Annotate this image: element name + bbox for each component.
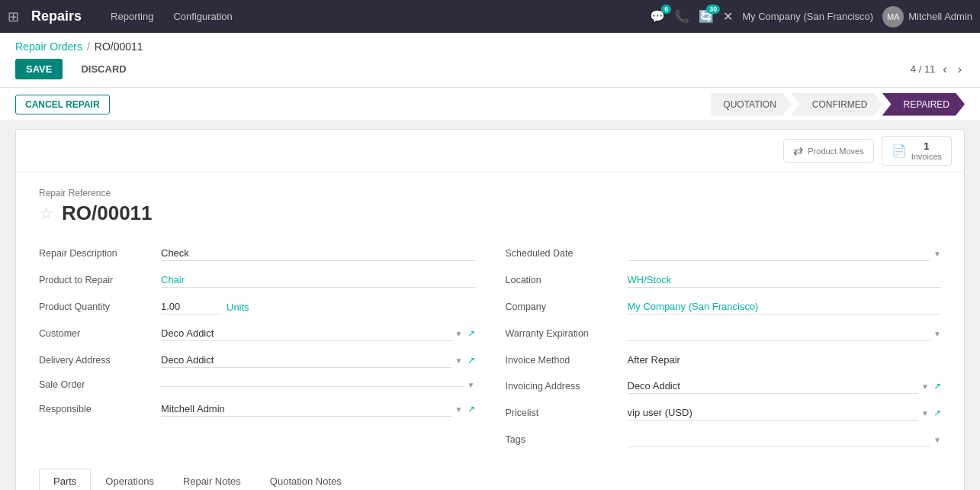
pricelist-dropdown-icon[interactable]: ▼ [921,409,929,417]
grid-icon[interactable]: ⊞ [8,8,19,25]
configuration-menu[interactable]: Configuration [167,8,238,25]
reporting-menu[interactable]: Reporting [104,8,159,25]
stage-quotation[interactable]: QUOTATION [711,93,792,116]
product-quantity-input[interactable] [161,299,222,314]
responsible-external-link-icon[interactable]: ↗ [468,404,475,414]
customer-value[interactable]: Deco Addict [161,326,452,341]
invoicing-address-dropdown-icon[interactable]: ▼ [921,382,929,391]
action-bar: SAVE DISCARD 4 / 11 ‹ › [15,59,965,87]
close-icon[interactable]: ✕ [723,9,733,24]
invoices-button[interactable]: 📄 1 Invoices [882,136,952,166]
tab-parts[interactable]: Parts [39,469,91,490]
scheduled-date-row: Scheduled Date ▼ [506,240,942,267]
company-value[interactable]: My Company (San Francisco) [628,299,942,314]
responsible-row: Responsible Mitchell Admin ▼ ↗ [39,396,475,423]
stage-confirmed[interactable]: CONFIRMED [791,93,883,116]
location-row: Location WH/Stock [506,267,942,294]
tags-field: ▼ [628,432,942,447]
tab-quotation-notes[interactable]: Quotation Notes [255,469,356,490]
form-card: ⇄ Product Moves 📄 1 Invoices Repair Refe… [15,129,965,490]
location-value[interactable]: WH/Stock [628,272,942,288]
favorite-star-icon[interactable]: ☆ [39,204,54,224]
scheduled-date-value[interactable] [628,246,931,261]
user-name: Mitchell Admin [908,11,972,22]
pagination: 4 / 11 ‹ › [911,61,965,78]
product-to-repair-value[interactable]: Chair [161,272,475,288]
invoicing-address-field: Deco Addict ▼ ↗ [628,379,942,394]
responsible-label: Responsible [39,404,161,414]
pricelist-label: Pricelist [506,408,628,418]
save-button[interactable]: SAVE [15,59,63,79]
product-quantity-row: Product Quantity Units [39,294,475,321]
user-menu[interactable]: MA Mitchell Admin [882,6,972,27]
right-fields: Scheduled Date ▼ Location WH/Stock Compa… [506,240,942,453]
discard-button[interactable]: DISCARD [70,59,137,79]
top-navigation: ⊞ Repairs Reporting Configuration 💬 6 📞 … [0,0,980,33]
status-bar: CANCEL REPAIR QUOTATION CONFIRMED REPAIR… [0,88,980,121]
invoicing-address-label: Invoicing Address [506,381,628,392]
prev-page-button[interactable]: ‹ [940,61,949,78]
delivery-address-value[interactable]: Deco Addict [161,353,452,368]
location-label: Location [506,275,628,285]
delivery-address-field: Deco Addict ▼ ↗ [161,353,475,368]
invoicing-address-row: Invoicing Address Deco Addict ▼ ↗ [506,373,942,400]
repair-ref-row: ☆ RO/00011 [39,201,941,225]
tags-value[interactable] [628,432,931,447]
product-moves-label: Product Moves [808,147,863,156]
repair-description-label: Repair Description [39,248,161,259]
sale-order-label: Sale Order [39,379,161,390]
sale-order-value[interactable] [161,383,464,387]
pricelist-field: vip user (USD) ▼ ↗ [628,405,942,421]
tab-repair-notes[interactable]: Repair Notes [169,469,255,490]
delivery-dropdown-icon[interactable]: ▼ [455,356,463,365]
repair-reference-number: RO/00011 [62,201,153,225]
invoicing-address-value[interactable]: Deco Addict [628,379,919,394]
responsible-field: Mitchell Admin ▼ ↗ [161,401,475,417]
pagination-count: 4 / 11 [911,63,936,75]
sale-order-dropdown-icon[interactable]: ▼ [468,381,475,389]
app-name: Repairs [31,8,82,24]
responsible-dropdown-icon[interactable]: ▼ [455,405,463,414]
sale-order-row: Sale Order ▼ [39,374,475,396]
cancel-repair-button[interactable]: CANCEL REPAIR [15,95,110,114]
repair-description-value[interactable]: Check [161,246,475,261]
customer-label: Customer [39,328,161,339]
invoice-method-value: After Repair [628,353,942,367]
stage-repaired[interactable]: REPAIRED [882,93,965,116]
delivery-address-row: Delivery Address Deco Addict ▼ ↗ [39,347,475,374]
left-fields: Repair Description Check Product to Repa… [39,240,475,453]
warranty-dropdown-icon[interactable]: ▼ [933,330,941,338]
company-row: Company My Company (San Francisco) [506,294,942,321]
invoices-count: 1 [924,140,929,152]
invoice-method-row: Invoice Method After Repair [506,347,942,373]
form-body: Repair Reference ☆ RO/00011 Repair Descr… [16,172,964,490]
pricelist-value[interactable]: vip user (USD) [628,405,919,421]
invoices-label: Invoices [911,152,942,161]
scheduled-date-field: ▼ [628,246,942,261]
customer-dropdown-icon[interactable]: ▼ [455,330,463,338]
scheduled-date-dropdown-icon[interactable]: ▼ [933,250,941,258]
next-page-button[interactable]: › [955,61,965,78]
delivery-external-link-icon[interactable]: ↗ [468,355,475,366]
phone-icon[interactable]: 📞 [674,9,689,24]
product-moves-icon: ⇄ [793,143,803,158]
scheduled-date-label: Scheduled Date [506,248,628,259]
status-stages: QUOTATION CONFIRMED REPAIRED [712,93,965,116]
pricelist-row: Pricelist vip user (USD) ▼ ↗ [506,400,942,427]
warranty-expiration-value[interactable] [628,326,931,341]
quantity-unit: Units [227,301,249,313]
chat-icon[interactable]: 💬 6 [650,9,665,24]
customer-external-link-icon[interactable]: ↗ [468,328,475,339]
pricelist-external-link-icon[interactable]: ↗ [933,408,941,418]
product-moves-button[interactable]: ⇄ Product Moves [783,139,873,163]
breadcrumb: Repair Orders / RO/00011 [15,40,965,53]
repair-description-row: Repair Description Check [39,240,475,267]
chat-badge: 6 [661,5,671,14]
company-label: Company [506,301,628,312]
refresh-icon[interactable]: 🔄 30 [699,9,714,24]
invoicing-address-external-link-icon[interactable]: ↗ [933,381,941,392]
responsible-value[interactable]: Mitchell Admin [161,401,452,417]
breadcrumb-parent[interactable]: Repair Orders [15,40,82,53]
tab-operations[interactable]: Operations [91,469,169,490]
tags-dropdown-icon[interactable]: ▼ [933,436,941,444]
